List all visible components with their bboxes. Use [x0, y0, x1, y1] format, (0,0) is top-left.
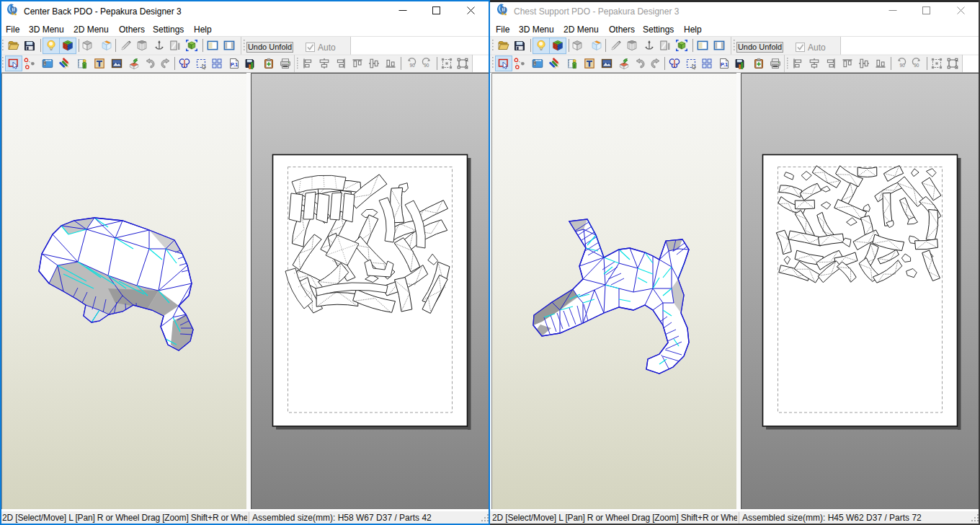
svg-text:Settings: Settings [153, 25, 184, 35]
svg-text:Settings: Settings [643, 25, 674, 35]
svg-text:Help: Help [194, 25, 212, 35]
svg-text:2D Menu: 2D Menu [74, 25, 109, 35]
svg-text:Auto: Auto [318, 43, 336, 53]
svg-text:Undo Unfold: Undo Unfold [248, 43, 292, 51]
svg-text:Center Back PDO - Pepakura Des: Center Back PDO - Pepakura Designer 3 [24, 6, 182, 17]
svg-text:3D Menu: 3D Menu [29, 25, 64, 35]
svg-text:Chest Support PDO - Pepakura D: Chest Support PDO - Pepakura Designer 3 [514, 6, 680, 17]
svg-text:Assembled size(mm): H58 W67 D3: Assembled size(mm): H58 W67 D37 / Parts … [252, 513, 432, 523]
svg-text:File: File [496, 25, 510, 35]
svg-text:2D [Select/Move] L [Pan] R or: 2D [Select/Move] L [Pan] R or Wheel Drag… [492, 513, 744, 523]
svg-text:Others: Others [609, 25, 635, 35]
svg-text:Others: Others [119, 25, 145, 35]
svg-text:Help: Help [684, 25, 702, 35]
svg-text:Auto: Auto [808, 43, 826, 53]
svg-text:Undo Unfold: Undo Unfold [738, 43, 782, 51]
svg-text:2D [Select/Move] L [Pan] R or: 2D [Select/Move] L [Pan] R or Wheel Drag… [2, 513, 254, 523]
svg-text:Assembled size(mm): H45 W62 D3: Assembled size(mm): H45 W62 D37 / Parts … [742, 513, 922, 523]
svg-text:2D Menu: 2D Menu [564, 25, 599, 35]
svg-text:File: File [6, 25, 20, 35]
svg-text:3D Menu: 3D Menu [519, 25, 554, 35]
